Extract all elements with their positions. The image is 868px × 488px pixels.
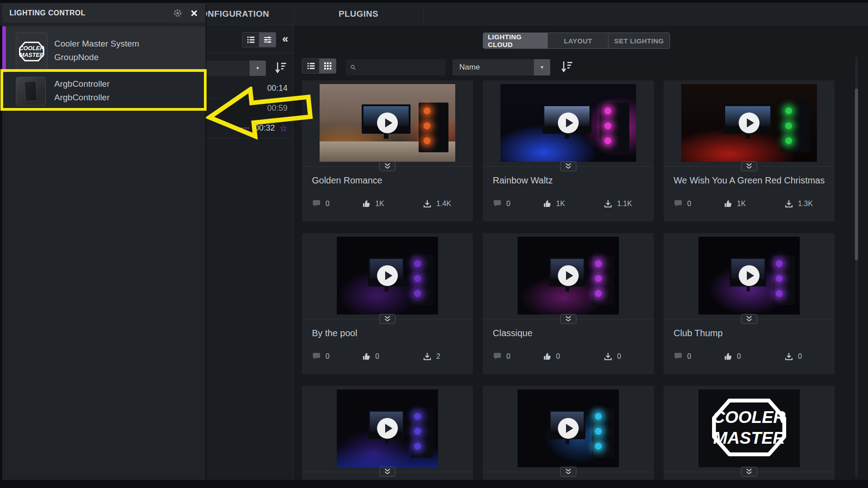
duration-label: 00:59 (267, 103, 288, 113)
download-count: 1.4K (436, 200, 451, 208)
play-button[interactable] (377, 113, 398, 133)
download-count: 0 (798, 352, 802, 361)
effect-card[interactable] (483, 386, 654, 480)
double-chevron-down-icon (745, 468, 754, 475)
expand-chevron-button[interactable] (560, 161, 576, 171)
expand-chevron-button[interactable] (741, 314, 757, 324)
svg-text:COOLER: COOLER (19, 45, 45, 52)
device-name: ArgbController ArgbController (54, 77, 110, 104)
play-button[interactable] (739, 113, 760, 133)
card-stats: 0 0 0 (493, 351, 649, 362)
thumbs-up-icon (362, 199, 371, 208)
effect-thumbnail: COOLER MASTER (698, 389, 800, 467)
play-button[interactable] (377, 418, 398, 439)
comment-icon (493, 352, 502, 361)
comment-icon (674, 199, 683, 208)
likes-stat: 0 (362, 351, 423, 362)
effect-card[interactable]: By the pool 0 0 2 (302, 233, 473, 374)
playlist-rows: 00:14 00:59 ••• 00:32 ☆ (206, 79, 293, 138)
close-icon[interactable]: × (191, 8, 198, 19)
comments-stat: 0 (493, 351, 542, 362)
expand-chevron-button[interactable] (741, 161, 757, 171)
play-button[interactable] (377, 265, 398, 286)
argb-controller-photo (24, 81, 37, 102)
likes-stat: 1K (542, 198, 604, 210)
playlist-sort-dropdown[interactable]: ▼ (197, 61, 266, 76)
card-title: We Wish You A Green Red Christmas (674, 175, 825, 186)
settings-gear-icon[interactable] (172, 7, 184, 19)
favorite-star-icon[interactable]: ☆ (279, 124, 288, 132)
list-view-button[interactable] (242, 33, 259, 47)
expand-chevron-button[interactable] (560, 467, 576, 477)
device-name-line1: ArgbController (54, 77, 110, 91)
expand-chevron-button[interactable] (379, 161, 396, 171)
like-count: 0 (737, 352, 741, 361)
likes-stat: 1K (362, 198, 423, 210)
effect-thumbnail (698, 237, 800, 314)
sort-descending-icon (274, 61, 287, 75)
device-name: Cooler Master System GroupNode (54, 37, 139, 64)
effect-card[interactable]: COOLER MASTER (664, 386, 835, 480)
comment-icon (312, 199, 321, 208)
playlist-sort-order-button[interactable] (274, 61, 287, 76)
downloads-stat: 0 (604, 351, 649, 362)
device-thumbnail (16, 77, 46, 106)
expand-chevron-button[interactable] (560, 314, 576, 324)
play-button[interactable] (558, 113, 579, 133)
like-count: 1K (737, 200, 746, 208)
card-stats: 0 1K 1.4K (312, 198, 468, 210)
comment-count: 0 (506, 352, 510, 361)
comments-stat: 0 (312, 351, 362, 362)
download-icon (784, 352, 793, 361)
like-count: 0 (375, 352, 379, 361)
comment-icon (674, 352, 683, 361)
expand-chevron-button[interactable] (379, 314, 396, 324)
downloads-stat: 1.1K (604, 198, 649, 210)
download-icon (604, 352, 613, 361)
device-item-argb-controller[interactable]: ArgbController ArgbController (2, 72, 206, 110)
effect-card[interactable]: Classique 0 0 0 (483, 233, 654, 374)
effect-card[interactable] (302, 386, 473, 480)
download-icon (423, 352, 432, 361)
dropdown-arrow-button[interactable]: ▼ (250, 61, 266, 76)
comments-stat: 0 (312, 198, 362, 210)
playlist-toolbar: « (206, 25, 293, 53)
selected-accent-bar (2, 26, 6, 77)
playlist-row[interactable]: ••• 00:32 ☆ (206, 118, 293, 138)
panel-header: LIGHTING CONTROL × (2, 4, 206, 23)
like-count: 1K (556, 200, 565, 208)
play-button[interactable] (558, 418, 579, 439)
detail-view-button[interactable] (259, 33, 276, 47)
play-button[interactable] (558, 265, 579, 286)
expand-chevron-button[interactable] (379, 467, 396, 477)
expand-chevron-button[interactable] (741, 467, 757, 477)
effect-card[interactable]: Rainbow Waltz 0 1K 1.1K (483, 80, 654, 221)
scrollbar-thumb[interactable] (855, 89, 858, 260)
device-item-group-node[interactable]: COOLER MASTER Cooler Master System Group… (2, 26, 206, 77)
tab-plugins[interactable]: PLUGINS (294, 3, 423, 25)
effect-thumbnail (681, 84, 817, 162)
lighting-control-panel: LIGHTING CONTROL × COOLER MASTER Cooler … (2, 4, 206, 480)
device-name-line1: Cooler Master System (54, 37, 139, 51)
effect-thumbnail (337, 237, 438, 314)
collapse-panel-button[interactable]: « (279, 33, 291, 46)
download-icon (423, 199, 432, 208)
device-name-line2: GroupNode (54, 51, 139, 64)
card-stats: 0 0 2 (312, 351, 468, 362)
svg-text:COOLER: COOLER (713, 408, 786, 427)
menu-dots-icon[interactable]: ••• (241, 125, 250, 131)
playlist-row[interactable]: 00:59 (206, 99, 293, 118)
play-button[interactable] (739, 265, 760, 286)
panel-title: LIGHTING CONTROL (9, 9, 172, 17)
comment-count: 0 (326, 200, 330, 208)
effect-thumbnail (320, 84, 455, 162)
effect-card[interactable]: Club Thump 0 0 0 (664, 233, 835, 374)
effect-card[interactable]: Golden Romance 0 1K 1.4K (302, 80, 473, 221)
card-title: Rainbow Waltz (493, 175, 644, 186)
card-stats: 0 1K 1.3K (674, 198, 830, 210)
like-count: 1K (375, 200, 384, 208)
comment-count: 0 (326, 352, 330, 361)
effect-card[interactable]: We Wish You A Green Red Christmas 0 1K 1… (664, 80, 835, 221)
downloads-stat: 1.4K (423, 198, 468, 210)
playlist-row[interactable]: 00:14 (206, 79, 293, 99)
